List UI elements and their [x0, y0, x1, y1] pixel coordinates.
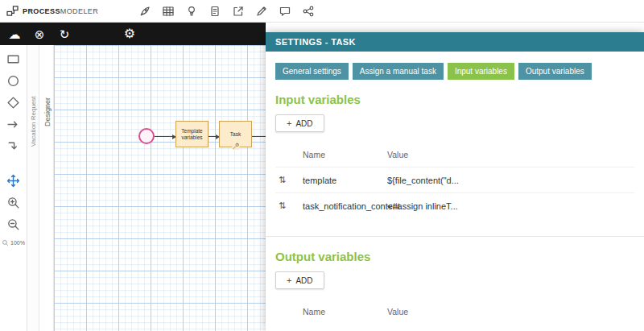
column-value: Value [387, 307, 634, 317]
column-value: Value [387, 150, 634, 159]
table-header: Name Value [275, 143, 634, 167]
sync-icon[interactable]: ↻ [57, 28, 72, 40]
input-variables-table: Name Value ⇅ template ${file_content("d.… [275, 143, 634, 218]
rectangle-tool[interactable] [6, 51, 22, 67]
input-variables-heading: Input variables [275, 93, 634, 106]
zoom-out-tool[interactable] [6, 216, 22, 232]
add-button-label: ADD [295, 276, 312, 285]
tab-output-variables[interactable]: Output variables [518, 63, 592, 80]
sequence-flow-2 [208, 136, 219, 137]
settings-panel-title: SETTINGS - TASK [266, 32, 644, 52]
row-name: template [303, 176, 387, 185]
column-name: Name [303, 307, 387, 317]
comment-icon[interactable] [277, 3, 293, 19]
drag-handle-icon[interactable]: ⇅ [275, 201, 303, 211]
share-network-icon[interactable] [300, 3, 316, 19]
sequence-flow-3 [252, 136, 266, 137]
shape-palette: 100% [0, 45, 27, 331]
column-name: Name [303, 150, 387, 159]
output-variables-heading: Output variables [275, 250, 634, 263]
tab-general-settings[interactable]: General settings [275, 63, 349, 80]
designer-tab-label: Designer [43, 97, 52, 126]
row-value: <#assign inlineT... [387, 201, 634, 211]
arrow-tool[interactable] [6, 116, 22, 132]
gear-icon[interactable]: ⚙ [122, 27, 137, 40]
node-label: Template variables [178, 128, 206, 141]
add-button-label: ADD [295, 119, 312, 128]
top-toolbar: PROCESSMODELER [0, 0, 644, 23]
start-event-node[interactable] [138, 128, 155, 144]
drag-handle-icon[interactable]: ⇅ [275, 175, 303, 185]
magnifier-icon [2, 239, 9, 246]
logo-flowchart-icon [6, 6, 19, 16]
cloud-upload-icon[interactable]: ☁ [7, 28, 22, 40]
action-bar: ☁ ⊗ ↻ ⚙ [0, 23, 266, 45]
table-icon[interactable] [160, 3, 176, 19]
brand-name: PROCESSMODELER [23, 7, 98, 15]
row-name: task_notification_content [303, 201, 387, 211]
template-doc-icon[interactable] [207, 3, 223, 19]
settings-panel: SETTINGS - TASK General settings Assign … [266, 32, 644, 331]
cancel-icon[interactable]: ⊗ [32, 28, 47, 40]
sequence-flow-1 [155, 136, 175, 137]
publish-icon[interactable] [137, 3, 153, 19]
export-icon[interactable] [230, 3, 246, 19]
zoom-in-tool[interactable] [6, 194, 22, 210]
row-value: ${file_content("d... [387, 176, 634, 185]
pen-icon[interactable] [254, 3, 270, 19]
process-vertical-tab[interactable]: Vacation Request [27, 45, 39, 331]
settings-tabs: General settings Assign a manual task In… [275, 63, 634, 80]
wrench-icon [232, 143, 239, 150]
process-tab-label: Vacation Request [30, 96, 37, 147]
task-node-template-variables[interactable]: Template variables [175, 121, 208, 147]
plus-icon: + [287, 118, 291, 128]
connector-tool[interactable] [6, 138, 22, 154]
zoom-level-text: 100% [10, 240, 25, 246]
plus-icon: + [287, 275, 291, 285]
add-input-variable-button[interactable]: + ADD [275, 114, 324, 132]
table-header: Name Value [275, 300, 634, 324]
section-divider [266, 236, 644, 237]
add-output-variable-button[interactable]: + ADD [275, 271, 324, 289]
diamond-tool[interactable] [6, 94, 22, 110]
table-row[interactable]: ⇅ task_notification_content <#assign inl… [275, 192, 634, 218]
move-tool[interactable] [6, 172, 22, 188]
circle-tool[interactable] [6, 72, 22, 89]
designer-vertical-tab[interactable]: Designer [39, 45, 54, 331]
zoom-level: 100% [2, 239, 25, 246]
node-label: Task [230, 131, 241, 138]
app-logo: PROCESSMODELER [0, 6, 98, 16]
task-node-task[interactable]: Task [219, 121, 252, 147]
idea-bulb-icon[interactable] [184, 3, 200, 19]
table-row[interactable]: ⇅ template ${file_content("d... [275, 167, 634, 192]
tab-input-variables[interactable]: Input variables [448, 63, 514, 80]
tab-assign-manual-task[interactable]: Assign a manual task [353, 63, 444, 80]
output-variables-table: Name Value No data [275, 300, 634, 331]
